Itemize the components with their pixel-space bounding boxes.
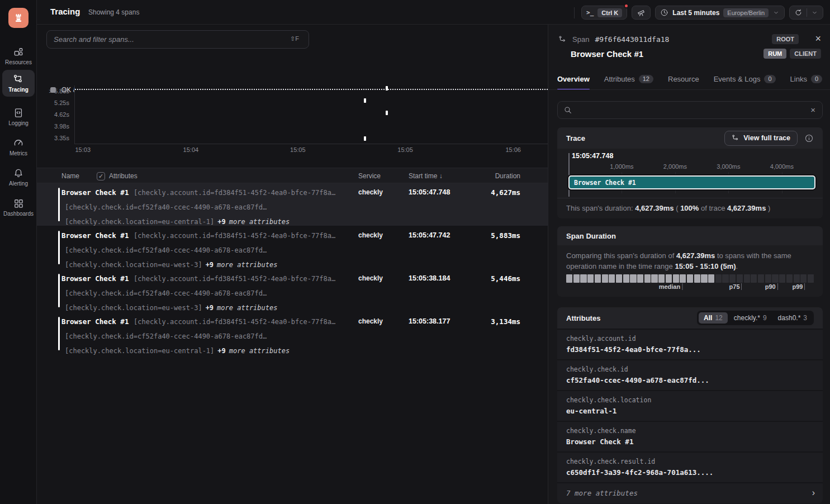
span-attr-3: [checkly.check.location=eu-west-3]+9more… (65, 304, 277, 312)
trace-span-bar[interactable]: Browser Check #1 (568, 175, 815, 189)
more-attributes-link[interactable]: more attributes (217, 304, 277, 312)
sidebar-item-metrics[interactable]: Metrics (2, 134, 35, 160)
histogram-segment (658, 274, 665, 283)
more-attributes-link[interactable]: more attributes (217, 261, 277, 269)
span-detail-panel: Span #9f6f6443011dfa18 ROOT × Browser Ch… (548, 25, 830, 504)
attribute-key: checkly.check.result.id (566, 458, 655, 465)
refresh-button[interactable] (789, 6, 823, 20)
time-range-button[interactable]: Last 5 minutes Europe/Berlin (655, 6, 785, 20)
attributes-checkbox[interactable]: ✓ (97, 172, 105, 180)
refresh-icon (794, 8, 803, 17)
attribute-row[interactable]: checkly.check.id cf52fa40-ccec-4490-a678… (557, 360, 823, 390)
x-axis-tick: 15:05 (290, 146, 306, 153)
histogram-segment (673, 274, 679, 283)
clear-search-icon[interactable]: × (810, 105, 815, 115)
trace-card-header: Trace View full trace (557, 127, 823, 149)
filter-pill-checkly[interactable]: checkly.*9 (729, 312, 772, 324)
span-data-point[interactable] (386, 86, 388, 91)
trace-icon (732, 134, 739, 142)
sidebar-item-dashboards[interactable]: Dashboards (2, 194, 35, 221)
span-duration-header: Span Duration (557, 226, 823, 245)
histogram-segment (694, 274, 700, 283)
timezone-badge: Europe/Berlin (723, 8, 769, 17)
column-attributes[interactable]: Attributes (109, 172, 137, 180)
span-name: Browser Check #1 (61, 274, 129, 283)
column-duration[interactable]: Duration (495, 172, 520, 180)
attributes-title: Attributes (566, 314, 600, 322)
span-attr-3: [checkly.check.location=eu-central-1]+9m… (65, 218, 290, 226)
histogram-segment (609, 274, 615, 283)
tab-links[interactable]: Links0 (790, 73, 822, 90)
column-name[interactable]: Name (61, 172, 79, 180)
span-data-point[interactable] (364, 136, 366, 141)
span-attr-2: [checkly.check.id=cf52fa40-ccec-4490-a67… (65, 332, 267, 340)
more-attributes-link[interactable]: more attributes (229, 218, 290, 226)
topbar: Tracing Showing 4 spans >_ Ctrl K Last 5… (37, 0, 830, 25)
command-palette-button[interactable]: >_ Ctrl K (581, 6, 627, 20)
histogram-segment (808, 274, 814, 283)
attribute-row[interactable]: checkly.check.result.id c650df1f-3a39-4f… (557, 453, 823, 482)
span-color-bar (58, 231, 60, 264)
telescope-icon (637, 8, 646, 17)
attribute-row[interactable]: checkly.check.location eu-central-1 (557, 391, 823, 421)
column-service[interactable]: Service (358, 172, 381, 180)
divider (574, 7, 575, 18)
x-axis-tick: 15:03 (75, 146, 91, 153)
rum-badge: RUM (763, 49, 786, 59)
duration-chart-x-axis: 15:0315:0415:0515:0515:06 (74, 146, 548, 154)
attribute-row[interactable]: checkly.account.id fd384f51-45f2-4ea0-bf… (557, 330, 823, 359)
alerting-icon (13, 168, 24, 179)
attribute-row[interactable]: checkly.check.name Browser Check #1 (557, 422, 823, 451)
trace-icon (558, 35, 567, 44)
tab-attributes[interactable]: Attributes12 (604, 73, 653, 90)
filter-pill-all[interactable]: All12 (699, 312, 728, 324)
table-row[interactable]: Browser Check #1 [checkly.account.id=fd3… (37, 269, 548, 312)
span-attr-3: [checkly.check.location=eu-central-1]+9m… (65, 347, 290, 355)
column-start-time[interactable]: Start time ↓ (409, 172, 443, 180)
sidebar-item-tracing[interactable]: Tracing (2, 70, 35, 97)
percentile-marker-median: median (659, 283, 683, 290)
y-axis-tick: 3.35s (54, 135, 69, 141)
span-data-point[interactable] (364, 98, 366, 103)
histogram-segment (616, 274, 622, 283)
span-attr-2: [checkly.check.id=cf52fa40-ccec-4490-a67… (65, 203, 267, 211)
span-id: #9f6f6443011dfa18 (595, 35, 669, 44)
x-axis-tick: 15:04 (183, 146, 199, 153)
table-row[interactable]: Browser Check #1 [checkly.account.id=fd3… (37, 183, 548, 226)
x-axis-tick: 15:05 (397, 146, 413, 153)
histogram-segment (630, 274, 636, 283)
more-attributes-row[interactable]: 7 more attributes › (557, 483, 823, 503)
attribute-filter-pills: All12 checkly.*9 dash0.*3 (697, 311, 814, 325)
attribute-key: checkly.check.id (566, 365, 628, 373)
info-icon[interactable] (804, 134, 814, 143)
more-attributes-link[interactable]: more attributes (229, 347, 290, 355)
duration-chart-y-axis: > 5.88s5.25s4.62s3.98s3.35s (37, 85, 72, 144)
search-input[interactable] (46, 30, 309, 49)
app-logo[interactable] (8, 8, 29, 28)
chevron-down-icon[interactable] (811, 9, 818, 16)
attribute-search-input[interactable] (577, 102, 800, 118)
histogram-segment (722, 274, 728, 283)
table-row[interactable]: Browser Check #1 [checkly.account.id=fd3… (37, 226, 548, 269)
sidebar-item-logging[interactable]: Logging (2, 103, 35, 130)
tab-resource[interactable]: Resource (668, 73, 699, 90)
chevron-down-icon (772, 9, 780, 16)
announcements-button[interactable] (632, 6, 651, 20)
histogram-segment (651, 274, 657, 283)
tab-events-logs[interactable]: Events & Logs0 (714, 73, 776, 90)
sidebar: Resources Tracing Logging Metrics Alerti (0, 0, 37, 504)
filter-pill-dash0[interactable]: dash0.*3 (773, 312, 812, 324)
close-icon[interactable]: × (815, 33, 821, 45)
attributes-header: Attributes All12 checkly.*9 dash0.*3 (557, 307, 823, 329)
sidebar-item-resources[interactable]: Resources (2, 42, 35, 69)
span-duration: 4,627ms (491, 188, 520, 197)
span-data-point[interactable] (386, 111, 388, 115)
sidebar-item-alerting[interactable]: Alerting (2, 164, 35, 191)
table-row[interactable]: Browser Check #1 [checkly.account.id=fd3… (37, 312, 548, 355)
percentile-markers: medianp75p90p99 (566, 283, 814, 292)
view-full-trace-button[interactable]: View full trace (724, 131, 798, 146)
span-attr-2: [checkly.check.id=cf52fa40-ccec-4490-a67… (65, 246, 267, 254)
histogram-segment (751, 274, 757, 283)
tab-overview[interactable]: Overview (557, 73, 590, 90)
span-start-time: 15:05:47.742 (409, 231, 450, 239)
